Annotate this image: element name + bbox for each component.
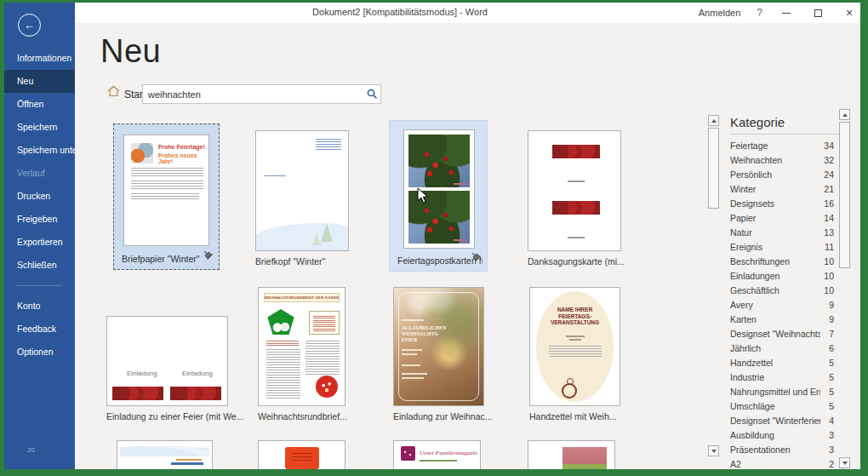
sidebar-item[interactable]: Exportieren (4, 231, 75, 254)
minimize-button[interactable] (779, 5, 794, 20)
template-caption: Briefpapier "Winter" (122, 254, 200, 264)
category-item[interactable]: Designset "Weihnachtsstern" 7 (730, 327, 834, 341)
templates-scroll-up-button[interactable] (708, 115, 719, 126)
search-icon[interactable] (363, 89, 380, 100)
category-item[interactable]: Nahrungsmittel und Ernähr... 5 (730, 385, 834, 399)
green-block-artwork (562, 464, 607, 469)
sign-in-link[interactable]: Anmelden (699, 8, 741, 18)
sidebar-item: Verlauf (4, 162, 75, 185)
category-item[interactable]: Persönlich 24 (730, 168, 834, 182)
templates-scrollbar-thumb[interactable] (708, 128, 719, 209)
template-card-row3-2[interactable] (258, 440, 345, 469)
category-count: 16 (820, 197, 834, 211)
template-card-einladung-feier[interactable]: Einladung Einladung (106, 316, 228, 406)
holly-photo (408, 191, 470, 244)
template-card-row3-3[interactable]: Unser Familienmagazin (393, 440, 481, 469)
sidebar-item[interactable]: Informationen (4, 47, 75, 70)
category-count: 13 (820, 226, 834, 240)
category-item[interactable]: Weihnachten 32 (730, 153, 834, 168)
magazine-logo (401, 446, 415, 461)
template-card-danksagungskarte[interactable] (528, 130, 621, 251)
template-caption[interactable]: Briefkopf "Winter" (255, 256, 356, 267)
ornamental-frame (398, 292, 479, 401)
red-card-artwork (285, 447, 319, 469)
holly-photo (408, 135, 470, 187)
category-item[interactable]: Beschriftungen 10 (730, 255, 834, 269)
template-caption[interactable]: Weihnachtsrundbrief... (258, 411, 360, 422)
sidebar-item[interactable]: Speichern unter (4, 139, 75, 162)
category-item[interactable]: Designset "Winterferien" 4 (730, 414, 834, 428)
category-count: 2 (820, 457, 834, 469)
category-item[interactable]: Industrie 5 (730, 370, 834, 385)
category-item[interactable]: Jährlich 6 (730, 341, 834, 356)
category-count: 24 (820, 168, 834, 182)
sidebar-item[interactable]: Schließen (4, 254, 75, 277)
category-item[interactable]: Handzettel 5 (730, 356, 834, 370)
template-caption[interactable]: Handzettel mit Weih... (529, 411, 631, 422)
thumb-party-title: Alljährlichen Weihnachts-Feier (402, 325, 454, 343)
thumb-flyer-title: Name Ihrer Feiertags-Veranstaltung (542, 307, 608, 326)
category-item[interactable]: Natur 13 (730, 226, 834, 240)
category-item[interactable]: Winter 21 (730, 182, 834, 197)
category-item[interactable]: Avery 9 (730, 298, 834, 313)
help-icon[interactable]: ? (757, 7, 762, 19)
category-item[interactable]: Geschäftlich 10 (730, 284, 834, 298)
template-card-handzettel[interactable]: Name Ihrer Feiertags-Veranstaltung (529, 287, 620, 406)
template-card-row3-4[interactable] (528, 440, 615, 469)
template-caption[interactable]: Einladung zu einer Feier (mit We... (106, 411, 256, 422)
template-caption[interactable]: Einladung zur Weihnac... (393, 411, 495, 422)
pin-icon[interactable] (203, 248, 213, 263)
category-item[interactable]: A2 2 (730, 457, 834, 469)
category-item[interactable]: Papier 14 (730, 211, 834, 226)
close-button[interactable]: × (842, 5, 857, 20)
category-count: 21 (820, 182, 834, 197)
category-scroll-up-button[interactable] (839, 109, 850, 120)
category-item[interactable]: Ausbildung 3 (730, 428, 834, 443)
sidebar-item[interactable]: Neu (4, 70, 75, 93)
category-count: 5 (820, 356, 834, 370)
right-column: Dokument2 [Kompatibilitätsmodus] - Word … (75, 3, 860, 469)
thumb-newsletter-header: Weihnachtsrundbrief der Kokkes (264, 293, 340, 302)
thumb-invitation-text: Einladung (127, 370, 157, 377)
search-input[interactable] (143, 89, 363, 100)
pin-icon[interactable] (471, 249, 481, 265)
back-arrow-icon: ← (24, 19, 35, 32)
template-card-weihnachtsrundbrief[interactable]: Weihnachtsrundbrief der Kokkes (258, 287, 345, 406)
category-item[interactable]: Designsets 16 (730, 197, 834, 211)
new-document-pane: Neu Start (75, 23, 860, 469)
template-caption: Feiertagspostkarten für... (397, 255, 483, 266)
category-item[interactable]: Einladungen 10 (730, 269, 834, 284)
sidebar-item[interactable]: Feedback (4, 318, 75, 341)
poinsettia-cluster (552, 145, 600, 158)
category-scroll-down-button[interactable] (839, 457, 850, 468)
template-card-einladung-weihnachtsfeier[interactable]: Alljährlichen Weihnachts-Feier (393, 287, 484, 406)
sidebar-item[interactable]: Drucken (4, 185, 75, 208)
maximize-button[interactable] (810, 5, 825, 20)
poinsettia-cluster (552, 201, 600, 215)
category-item[interactable]: Umschläge 5 (730, 399, 834, 414)
template-card-briefpapier-winter[interactable]: Frohe Feiertage! Frohes neues Jahr! Brie… (113, 123, 220, 270)
triangle-down-icon (711, 450, 717, 453)
titlebar-controls: Anmelden ? × (699, 3, 857, 23)
category-item[interactable]: Präsentationen 3 (730, 443, 834, 457)
category-scrollbar-thumb[interactable] (839, 122, 850, 268)
category-count: 10 (820, 284, 834, 298)
templates-scroll-down-button[interactable] (708, 445, 719, 456)
category-item[interactable]: Karten 9 (730, 313, 834, 327)
sidebar-item[interactable]: Freigeben (4, 208, 75, 231)
category-list: Feiertage 34 Weihnachten 32 Persönlich 2… (730, 139, 834, 469)
back-button[interactable]: ← (18, 14, 41, 37)
santa-clipart (559, 378, 581, 399)
template-card-briefkopf-winter[interactable] (255, 130, 349, 251)
sidebar-item[interactable]: Speichern (4, 116, 75, 139)
bird-illustration (131, 143, 153, 163)
category-item[interactable]: Feiertage 34 (730, 139, 834, 153)
sidebar-item[interactable]: Optionen (4, 341, 75, 364)
template-card-row3-1[interactable] (117, 440, 213, 469)
home-icon[interactable] (107, 85, 120, 100)
category-item[interactable]: Ereignis 11 (730, 240, 834, 255)
sidebar-item[interactable]: Konto (4, 295, 75, 318)
sidebar-item[interactable]: Öffnen (4, 93, 75, 116)
template-caption[interactable]: Danksagungskarte (mi... (528, 256, 628, 267)
template-card-feiertagspostkarten[interactable]: Feiertagspostkarten für... (389, 120, 488, 272)
